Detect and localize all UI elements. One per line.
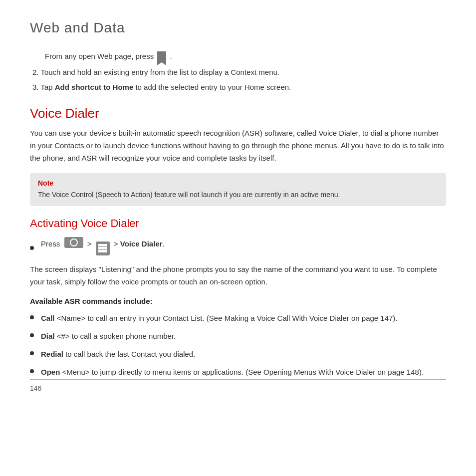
page-footer: 146 (30, 379, 446, 392)
bullet-dot-1 (30, 315, 34, 319)
page-title: Web and Data (30, 20, 446, 36)
grid-button-icon (96, 241, 110, 255)
bullet-text-4: Open <Menu> to jump directly to menu ite… (41, 366, 446, 378)
available-title: Available ASR commands include: (30, 297, 446, 305)
note-box: Note The Voice Control (Speech to Action… (30, 173, 446, 206)
press-text: Press > > Voice Dialer. (41, 237, 446, 255)
bullet-dot-4 (30, 369, 34, 373)
bullet-section: Call <Name> to call an entry in your Con… (30, 312, 446, 378)
activating-title: Activating Voice Dialer (30, 217, 446, 230)
intro-text-after: . (170, 52, 172, 60)
bullet-dot (30, 246, 34, 250)
voice-dialer-title: Voice Dialer (30, 106, 446, 121)
list-item-2: 2. Touch and hold an existing entry from… (30, 66, 446, 78)
grid-inner (98, 244, 107, 252)
intro-block: From any open Web page, press . (45, 51, 446, 62)
voice-dialer-body: You can use your device's built-in autom… (30, 127, 446, 164)
list-item-3: 3. Tap Add shortcut to Home to add the s… (30, 81, 446, 93)
press-prefix: Press (41, 239, 60, 248)
page-number: 146 (30, 384, 41, 392)
bullet-dot-3 (30, 351, 34, 355)
bullet-text-3: Redial to call back the last Contact you… (41, 348, 446, 360)
note-title: Note (38, 179, 438, 187)
list-item: Dial <#> to call a spoken phone number. (30, 330, 446, 342)
bullet-text-2: Dial <#> to call a spoken phone number. (41, 330, 446, 342)
activating-body: The screen displays "Listening" and the … (30, 263, 446, 288)
note-text: The Voice Control (Speech to Action) fea… (38, 190, 438, 200)
press-line: Press > > Voice Dialer. (30, 237, 446, 255)
bookmark-icon (157, 51, 166, 62)
list-item: Redial to call back the last Contact you… (30, 348, 446, 360)
home-button-icon (64, 237, 83, 248)
bullet-dot-2 (30, 333, 34, 337)
numbered-list: 2. Touch and hold an existing entry from… (30, 66, 446, 93)
bullet-text-1: Call <Name> to call an entry in your Con… (41, 312, 446, 324)
list-item: Open <Menu> to jump directly to menu ite… (30, 366, 446, 378)
intro-text-before: From any open Web page, press (45, 52, 154, 60)
list-item: Call <Name> to call an entry in your Con… (30, 312, 446, 324)
